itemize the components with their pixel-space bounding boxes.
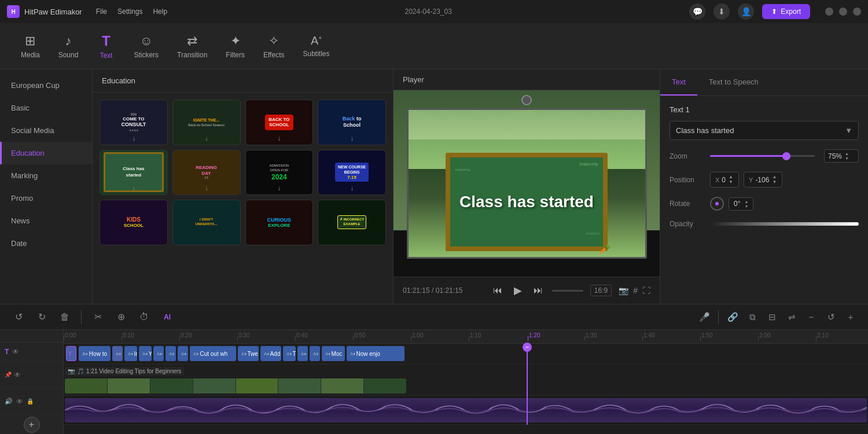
sidebar-item-promo[interactable]: Promo (0, 187, 92, 209)
play-button[interactable]: ▶ (512, 282, 524, 299)
download-icon-3[interactable]: ↓ (277, 134, 281, 142)
text-card-4[interactable]: Back toSchool ↓ (318, 100, 386, 145)
toolbar-transition[interactable]: ⇄ Transition (168, 29, 216, 64)
text-card-3[interactable]: BACK TOSCHOOL ↓ (245, 100, 314, 145)
text-clip-a2[interactable]: A♦ (165, 346, 176, 361)
text-card-1[interactable]: We COME TO CONSULT ★★★★ ↓ (100, 100, 168, 145)
text-clip-start[interactable]: T (66, 346, 76, 361)
audio-waveform[interactable] (65, 398, 867, 422)
video-clip-1[interactable] (65, 378, 406, 393)
text-card-5[interactable]: Class hasstarted ↓ (100, 150, 168, 196)
text-clip-now-enjo[interactable]: A♦Now enjo (347, 346, 404, 361)
chat-icon[interactable]: 💬 (689, 3, 705, 20)
zoom-in-timeline[interactable]: + (843, 309, 859, 325)
text-card-9[interactable]: KIDS SCHOOL (100, 200, 168, 245)
x-up[interactable]: ▲ (728, 175, 734, 179)
download-icon-6[interactable]: ↓ (205, 184, 208, 192)
sidebar-item-marking[interactable]: Marking (0, 164, 92, 187)
zoom-out-timeline[interactable]: − (803, 309, 819, 325)
menu-file[interactable]: File (96, 8, 107, 16)
text-card-2[interactable]: IGNITE THE... Back-to-School Season ↓ (172, 100, 241, 145)
tab-text[interactable]: Text (660, 69, 697, 95)
text-clip-th[interactable]: A♦Th (283, 346, 296, 361)
text-card-12[interactable]: ✗ INCORRECTEXAMPLE (318, 200, 386, 245)
badge-button[interactable]: ⊕ (112, 308, 130, 326)
text-card-8[interactable]: NEW COURSEBEGINS 7.15 ↓ (318, 150, 386, 196)
aspect-ratio-selector[interactable]: 16:9 (590, 285, 612, 296)
close-button[interactable]: ✕ (853, 8, 861, 16)
toolbar-subtitles[interactable]: A+ Subtitles (293, 30, 339, 62)
sidebar-item-education[interactable]: Education (0, 142, 92, 164)
timer-button[interactable]: ⏱ (135, 308, 153, 326)
rotate-up[interactable]: ▲ (744, 200, 748, 204)
player-progress-bar[interactable] (552, 290, 583, 292)
tab-text-to-speech[interactable]: Text to Speech (697, 69, 770, 95)
sidebar-item-european-cup[interactable]: European Cup (0, 74, 92, 97)
download-icon-2[interactable]: ↓ (205, 134, 208, 142)
download-icon-8[interactable]: ↓ (350, 184, 354, 192)
audio-lock-icon[interactable]: 🔒 (27, 398, 34, 404)
menu-help[interactable]: Help (153, 8, 167, 16)
text-clip-a5[interactable]: A♦ (310, 346, 320, 361)
opacity-bar[interactable] (710, 222, 859, 226)
grid-icon[interactable]: # (633, 286, 638, 295)
text-card-10[interactable]: I DIDN'TUNDERSTA... (172, 200, 241, 245)
zoom-down[interactable]: ▼ (845, 156, 849, 160)
text-card-6[interactable]: READINGDAY 23 ↓ (172, 150, 241, 196)
audio-track-eye[interactable]: 👁 (16, 398, 23, 406)
text-clip-a4[interactable]: A♦ (297, 346, 308, 361)
text-input-field[interactable]: Class has started ▼ (670, 121, 859, 140)
text-clip-a3[interactable]: A♦ (178, 346, 188, 361)
link-clip-button[interactable]: 🔗 (724, 309, 741, 325)
next-frame-button[interactable]: ⏭ (531, 283, 545, 298)
fullscreen-icon[interactable]: ⛶ (642, 286, 650, 295)
toolbar-filters[interactable]: ✦ Filters (216, 29, 254, 64)
toolbar-stickers[interactable]: ☺ Stickers (124, 29, 168, 64)
text-card-7[interactable]: ADMISSIONOPEN-FOR 2024 ↓ (245, 150, 314, 196)
drag-handle[interactable] (521, 95, 532, 105)
toolbar-sound[interactable]: ♪ Sound (49, 29, 88, 64)
zoom-slider[interactable] (710, 155, 815, 157)
text-clip-y[interactable]: A♦Y... (139, 346, 152, 361)
text-clip-moc[interactable]: A♦Moc (322, 346, 345, 361)
text-clip-twe[interactable]: A♦Twe (238, 346, 259, 361)
text-clip-cut-out[interactable]: A♦Cut out wh (190, 346, 236, 361)
redo-button[interactable]: ↻ (32, 308, 51, 326)
download-icon-5[interactable]: ↓ (132, 184, 135, 192)
mic-button[interactable]: 🎤 (696, 309, 712, 325)
download-icon-7[interactable]: ↓ (277, 184, 281, 192)
position-y-input[interactable]: Y -106 ▲ ▼ (744, 172, 782, 187)
toolbar-media[interactable]: ⊞ Media (12, 29, 49, 64)
minimize-button[interactable]: ─ (825, 8, 833, 16)
export-button[interactable]: ⬆ Export (762, 4, 810, 19)
text-track-eye[interactable]: 👁 (12, 348, 19, 356)
y-up[interactable]: ▲ (771, 175, 777, 179)
toolbar-effects[interactable]: ✧ Effects (254, 29, 293, 64)
sidebar-item-social-media[interactable]: Social Media (0, 119, 92, 142)
profile-icon[interactable]: 👤 (738, 3, 754, 20)
sidebar-item-basic[interactable]: Basic (0, 97, 92, 119)
replace-button[interactable]: ⇌ (784, 309, 800, 325)
video-track-pin-icon[interactable]: 📌 (5, 372, 12, 378)
text-clip-in[interactable]: A♦In (124, 346, 137, 361)
add-track-button[interactable]: + (24, 417, 40, 433)
text-clip-add[interactable]: A♦Add (260, 346, 281, 361)
sidebar-item-news[interactable]: News (0, 209, 92, 232)
download-icon-1[interactable]: ↓ (132, 134, 135, 142)
undo-button[interactable]: ↺ (9, 308, 28, 326)
rotate-down[interactable]: ▼ (744, 204, 748, 208)
video-track-eye[interactable]: 👁 (14, 371, 21, 379)
text-clip-a1[interactable]: A♦ (153, 346, 164, 361)
detach-button[interactable]: ⊟ (764, 309, 780, 325)
rotate-dial[interactable] (710, 197, 724, 211)
toolbar-text[interactable]: T Text (87, 28, 124, 64)
position-x-input[interactable]: X 0 ▲ ▼ (710, 172, 739, 187)
cut-button[interactable]: ✂ (89, 308, 107, 326)
ai-button[interactable]: AI (158, 308, 176, 326)
text-clip-blank1[interactable]: A♦ (112, 346, 123, 361)
sidebar-item-date[interactable]: Date (0, 232, 92, 255)
rotate-value[interactable]: 0° ▲ ▼ (729, 197, 753, 211)
prev-frame-button[interactable]: ⏮ (491, 283, 505, 298)
text-card-11[interactable]: CURIOUS EXPLORE (245, 200, 314, 245)
text-clip-how-to[interactable]: A♦How to (79, 346, 111, 361)
